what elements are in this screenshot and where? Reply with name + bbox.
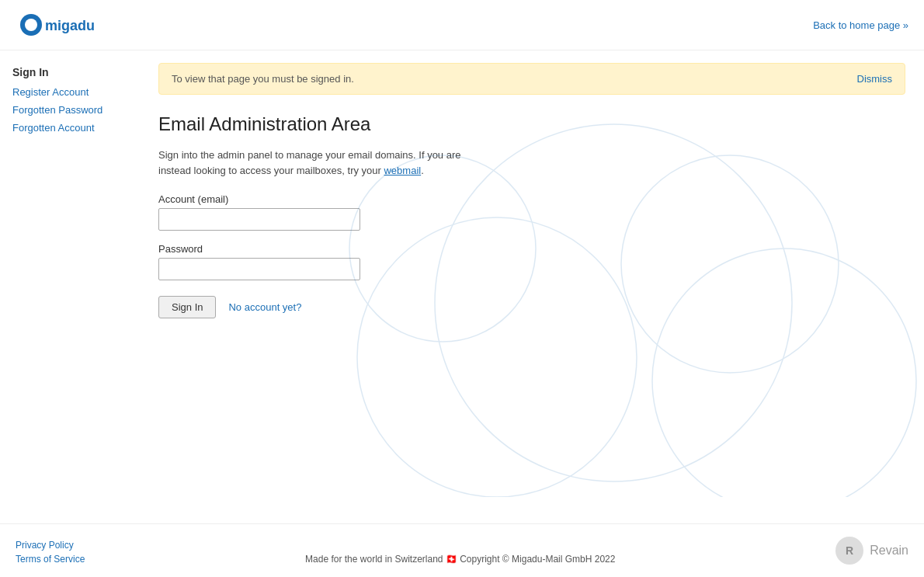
sidebar-item-forgotten-password[interactable]: Forgotten Password	[12, 104, 127, 116]
logo: migadu	[16, 9, 116, 40]
footer-copyright: Made for the world in Switzerland 🇨🇭 Cop…	[305, 554, 615, 565]
sidebar-item-forgotten-account[interactable]: Forgotten Account	[12, 122, 127, 134]
account-email-input[interactable]	[158, 208, 360, 231]
main-content: To view that page you must be signed in.…	[140, 50, 924, 527]
signin-button[interactable]: Sign In	[158, 296, 216, 318]
page-footer: Privacy Policy Terms of Service Made for…	[0, 523, 924, 577]
sidebar-title: Sign In	[12, 66, 127, 78]
alert-banner: To view that page you must be signed in.…	[158, 63, 905, 95]
description: Sign into the admin panel to manage your…	[158, 148, 905, 178]
account-field-group: Account (email)	[158, 193, 516, 231]
webmail-link[interactable]: webmail	[384, 165, 421, 176]
privacy-policy-link[interactable]: Privacy Policy	[16, 540, 85, 551]
signin-form: Account (email) Password Sign In No acco…	[158, 193, 516, 318]
terms-of-service-link[interactable]: Terms of Service	[16, 554, 85, 565]
description-line2-prefix: instead looking to access your mailboxes…	[158, 165, 384, 176]
svg-point-6	[25, 19, 37, 31]
revain-icon: R	[835, 537, 863, 565]
page-layout: Sign In Register Account Forgotten Passw…	[0, 50, 924, 527]
footer-right: R Revain	[835, 537, 908, 565]
password-label: Password	[158, 243, 516, 255]
alert-message: To view that page you must be signed in.	[172, 73, 354, 85]
no-account-link[interactable]: No account yet?	[228, 301, 301, 313]
svg-text:migadu: migadu	[45, 18, 95, 33]
form-actions: Sign In No account yet?	[158, 296, 516, 318]
description-line1: Sign into the admin panel to manage your…	[158, 149, 461, 161]
sidebar-item-register-account[interactable]: Register Account	[12, 86, 127, 98]
password-field-group: Password	[158, 243, 516, 280]
migadu-logo-svg: migadu	[16, 9, 116, 40]
dismiss-button[interactable]: Dismiss	[857, 73, 893, 85]
password-input[interactable]	[158, 258, 360, 280]
description-line2-suffix: .	[421, 165, 424, 176]
back-to-home-link[interactable]: Back to home page »	[813, 19, 908, 31]
revain-label: Revain	[870, 544, 908, 558]
sidebar: Sign In Register Account Forgotten Passw…	[0, 50, 140, 527]
page-title: Email Administration Area	[158, 113, 905, 135]
footer-links: Privacy Policy Terms of Service	[16, 540, 85, 565]
page-header: migadu Back to home page »	[0, 0, 924, 50]
account-label: Account (email)	[158, 193, 516, 205]
